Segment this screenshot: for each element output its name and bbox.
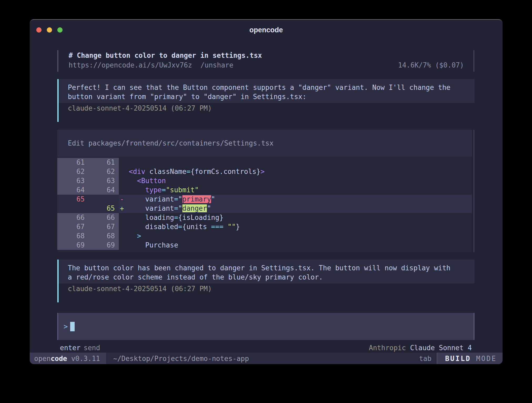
code-line xyxy=(129,158,472,167)
code-token: <Button xyxy=(129,177,166,185)
code-token: primary xyxy=(182,195,211,203)
diff-sign xyxy=(119,167,129,176)
code-token xyxy=(223,223,228,231)
code-line: type="submit" xyxy=(129,185,472,195)
code-token: className xyxy=(145,168,187,175)
diff-row-62: 6262<div className={formCs.controls}> xyxy=(57,167,472,176)
code-token: <div xyxy=(129,168,145,175)
code-token: " xyxy=(211,195,215,203)
chat-input[interactable]: > xyxy=(57,313,474,340)
assistant-message-1-text: Perfect! I can see that the Button compo… xyxy=(59,79,474,103)
code-token: disabled xyxy=(129,223,178,231)
unshare-command[interactable]: /unshare xyxy=(201,61,233,69)
diff-sign xyxy=(119,176,129,185)
prompt-symbol: > xyxy=(64,323,68,330)
new-line-number: 66 xyxy=(85,213,115,222)
diff-sign xyxy=(119,158,129,167)
new-line-number: 61 xyxy=(85,158,115,167)
diff-row-69: 6969 Purchase xyxy=(57,241,472,250)
diff-gutter: 6262 xyxy=(57,167,119,176)
app-name-code: code xyxy=(51,355,67,363)
code-line: Purchase xyxy=(129,241,472,250)
desktop: opencode # Change button color to danger… xyxy=(0,0,532,403)
diff-sign xyxy=(119,241,129,250)
message-line: Perfect! I can see that the Button compo… xyxy=(68,84,451,91)
diff-gutter: 6161 xyxy=(57,158,119,167)
code-token: {units xyxy=(182,223,211,231)
diff-gutter: 65 xyxy=(57,195,119,204)
code-token: Purchase xyxy=(129,241,178,249)
new-line-number xyxy=(85,195,115,204)
send-action-hint: send xyxy=(84,344,100,352)
diff-sign: - xyxy=(119,195,129,204)
enter-key-hint: enter xyxy=(60,344,80,352)
diff-row-64: 6464 type="submit" xyxy=(57,185,472,195)
code-token: {formCs.controls} xyxy=(191,168,260,175)
code-token: = xyxy=(162,186,166,194)
status-bar: opencode v0.3.11 ~/Desktop/Projects/demo… xyxy=(30,353,503,364)
code-token: danger xyxy=(182,204,207,212)
diff-row-65: 65+ variant="danger" xyxy=(57,204,472,213)
old-line-number: 65 xyxy=(57,195,85,204)
code-token: " xyxy=(178,195,182,203)
new-line-number: 64 xyxy=(85,185,115,195)
code-token: = xyxy=(186,168,191,175)
session-title: # Change button color to danger in setti… xyxy=(69,51,398,60)
diff-row-68: 6868 > xyxy=(57,231,472,241)
tab-key-hint: tab xyxy=(419,353,431,364)
assistant-message-1-meta: claude-sonnet-4-20250514 (06:27 PM) xyxy=(59,103,474,113)
app-version: v0.3.11 xyxy=(71,355,100,363)
mode-suffix: MODE xyxy=(476,355,497,363)
code-line: <div className={formCs.controls}> xyxy=(129,167,472,176)
code-token: > xyxy=(137,232,141,240)
session-header-left: # Change button color to danger in setti… xyxy=(69,51,398,70)
provider-label: Anthropic xyxy=(369,344,406,352)
code-token: > xyxy=(260,168,265,175)
code-token: = xyxy=(174,204,178,212)
share-url-row: https://opencode.ai/s/UwJxv76z/unshare xyxy=(69,60,398,70)
code-token: "submit" xyxy=(166,186,199,194)
diff-sign xyxy=(119,185,129,195)
code-token: variant xyxy=(129,195,174,203)
statusbar-spacer xyxy=(249,353,419,364)
code-line: variant="primary" xyxy=(129,195,472,204)
old-line-number: 63 xyxy=(57,176,85,185)
diff-row-61: 6161 xyxy=(57,158,472,167)
message-line: button variant from "primary" to "danger… xyxy=(68,93,306,101)
old-line-number: 66 xyxy=(57,213,85,222)
session-header: # Change button color to danger in setti… xyxy=(57,50,474,72)
token-usage-cost: 14.6K/7% ($0.07) xyxy=(398,60,464,70)
assistant-message-2: The button color has been changed to dan… xyxy=(57,260,474,302)
diff-sign xyxy=(119,222,129,231)
old-line-number: 64 xyxy=(57,185,85,195)
diff-gutter: 6868 xyxy=(57,231,119,241)
diff-row-67: 6767 disabled={units === ""} xyxy=(57,222,472,231)
model-label: Claude Sonnet 4 xyxy=(410,344,472,352)
diff-gutter: 6767 xyxy=(57,222,119,231)
mode-name: BUILD xyxy=(445,355,471,363)
new-line-number: 67 xyxy=(85,222,115,231)
titlebar: opencode xyxy=(30,20,503,37)
diff-sign xyxy=(119,213,129,222)
diff-view: 61616262<div className={formCs.controls}… xyxy=(57,157,472,252)
new-line-number: 69 xyxy=(85,241,115,250)
main-content: # Change button color to danger in setti… xyxy=(30,37,503,353)
model-indicator: AnthropicClaude Sonnet 4 xyxy=(369,343,472,353)
app-name-open: open xyxy=(34,355,51,363)
mode-toggle-segment[interactable]: BUILD MODE xyxy=(438,353,503,364)
diff-sign: + xyxy=(119,204,129,213)
new-line-number: 63 xyxy=(85,176,115,185)
code-token: " xyxy=(178,204,182,212)
code-line: variant="danger" xyxy=(129,204,472,213)
code-line: > xyxy=(129,231,472,241)
code-token xyxy=(129,186,145,194)
diff-gutter: 6363 xyxy=(57,176,119,185)
assistant-message-2-text: The button color has been changed to dan… xyxy=(59,260,474,283)
share-url-link[interactable]: https://opencode.ai/s/UwJxv76z xyxy=(69,61,192,69)
app-version-segment: opencode v0.3.11 xyxy=(30,353,106,364)
edit-tool-title: Edit packages/frontend/src/containers/Se… xyxy=(57,130,472,157)
code-token: loading xyxy=(129,214,174,221)
diff-gutter: 65 xyxy=(57,204,119,213)
input-footer: entersend AnthropicClaude Sonnet 4 xyxy=(57,340,474,353)
text-cursor xyxy=(70,322,75,331)
